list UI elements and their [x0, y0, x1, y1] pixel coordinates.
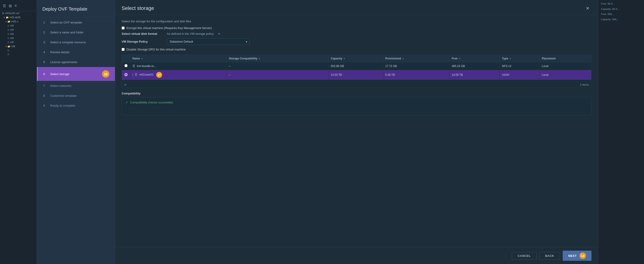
content-panel: Select storage ✕ Select the storage for … [115, 0, 598, 264]
sidebar-icon-1[interactable]: ☰ [3, 4, 6, 8]
col-header-name[interactable]: Name ▼ [130, 55, 226, 62]
row2-radio[interactable] [124, 73, 128, 76]
tree-icon-m01c: ▾ [6, 20, 7, 23]
tree-label-vcf: m01vc01.vcf [5, 12, 19, 14]
content-footer: CANCEL BACK NEXT 18 [115, 247, 598, 264]
step-label-8: Customize template [50, 94, 77, 98]
storage-table: Name ▼ Storage Compatibility ▼ [122, 55, 592, 80]
step-num-2: 2 [43, 31, 48, 34]
row2-radio-cell[interactable] [122, 70, 130, 80]
tree-icon-vm2: ⊙ [7, 53, 9, 56]
row1-compat: -- [226, 62, 328, 70]
content-title: Select storage [122, 5, 154, 11]
row1-free: 485.24 GB [449, 62, 500, 70]
step-num-7: 7 [43, 84, 48, 88]
tree-label-m1: m0 [10, 24, 14, 27]
tree-icon-vm1: ⊙ [7, 49, 9, 52]
tree-folder-m01c: 📂 [8, 20, 10, 23]
modal-container: Deploy OVF Template 1 Select an OVF temp… [37, 0, 644, 264]
wizard-step-3[interactable]: 3 Select a compute resource [37, 37, 115, 47]
sidebar-icon-2[interactable]: ⊞ [9, 4, 12, 8]
wizard-step-7[interactable]: 7 Select networks [37, 81, 115, 91]
table-row[interactable]: | 🗄 m01vsan01 17 -- 14.55 TB 5.06 TB 14.… [122, 70, 592, 80]
col-type-filter-icon[interactable]: ▼ [509, 57, 512, 60]
wizard-step-9[interactable]: 9 Ready to complete [37, 101, 115, 110]
tree-item-m01c[interactable]: ▾ 📂 m01-c [0, 19, 36, 24]
wizard-step-5[interactable]: 5 License agreements [37, 57, 115, 67]
disk-format-row: Select virtual disk format As defined in… [122, 32, 592, 36]
step-num-1: 1 [43, 21, 48, 24]
table-row[interactable]: 🗄 lcm-bundle-re... -- 502.96 GB 17.72 GB… [122, 62, 592, 70]
col-free-filter-icon[interactable]: ▼ [458, 57, 461, 60]
sidebar-toolbar: ☰ ⊞ ≡ [0, 2, 36, 11]
tree-label-m5: m0 [10, 41, 14, 44]
step-num-4: 4 [43, 50, 48, 54]
row1-type: NFS v3 [500, 62, 540, 70]
back-button[interactable]: BACK [540, 252, 560, 260]
encrypt-checkbox[interactable] [122, 26, 124, 30]
content-subtitle: Select the storage for the configuration… [122, 20, 592, 23]
step-label-5: License agreements [50, 60, 77, 64]
disable-drs-checkbox[interactable] [122, 48, 124, 51]
col-name-filter-icon[interactable]: ▼ [141, 57, 143, 60]
tree-item-m1[interactable]: ⊙ m0 [0, 24, 36, 28]
tree-item-vm2[interactable]: ⊙ [0, 52, 36, 56]
wizard-step-4[interactable]: 4 Review details [37, 47, 115, 57]
wizard-step-8[interactable]: 8 Customize template [37, 91, 115, 101]
step-label-6: Select storage [50, 72, 69, 76]
tree-item-vcf[interactable]: 🖥 m01vc01.vcf [0, 11, 36, 15]
step-label-3: Select a compute resource [50, 40, 86, 44]
tree-item-m5[interactable]: ⊙ m0 [0, 40, 36, 44]
tree-item-vm[interactable]: ▾ 📂 VM [0, 44, 36, 48]
tree-label-dc01: m01-dc01 [10, 16, 21, 19]
content-body: Select the storage for the configuration… [115, 15, 598, 247]
step-num-3: 3 [43, 40, 48, 44]
step-label-1: Select an OVF template [50, 21, 82, 24]
tree-item-vm1[interactable]: ⊙ [0, 48, 36, 52]
wizard-step-2[interactable]: 2 Select a name and folder [37, 28, 115, 37]
next-button[interactable]: NEXT 18 [563, 251, 592, 261]
tree-icon-dc01: ▾ [4, 16, 5, 19]
row1-radio-cell[interactable] [122, 62, 130, 70]
wizard-panel: Deploy OVF Template 1 Select an OVF temp… [37, 0, 115, 264]
row1-provisioned: 17.72 GB [383, 62, 449, 70]
col-header-type[interactable]: Type ▼ [500, 55, 540, 62]
wizard-step-1[interactable]: 1 Select an OVF template [37, 18, 115, 28]
vm-storage-policy-select[interactable]: Datastore Default [167, 38, 250, 45]
wizard-step-6[interactable]: 6 Select storage 16 [37, 67, 115, 81]
col-header-provisioned[interactable]: Provisioned ▼ [383, 55, 449, 62]
row1-radio[interactable] [124, 64, 128, 67]
col-provisioned-filter-icon[interactable]: ▼ [402, 57, 404, 60]
col-header-radio [122, 55, 130, 62]
cancel-button[interactable]: CANCEL [512, 252, 536, 260]
tree-icon-m2: ⊙ [7, 28, 9, 31]
step-badge-6: 16 [102, 70, 110, 78]
step-num-5: 5 [43, 60, 48, 64]
col-compat-filter-icon[interactable]: ▼ [258, 57, 260, 60]
col-capacity-filter-icon[interactable]: ▼ [343, 57, 346, 60]
col-header-capacity[interactable]: Capacity ▼ [328, 55, 383, 62]
step-num-8: 8 [43, 94, 48, 98]
col-header-storage-compat[interactable]: Storage Compatibility ▼ [226, 55, 328, 62]
right-info-panel: Free: 96.9... Capacity: 96.9... Free: 58… [598, 0, 644, 264]
col-free-label: Free [452, 57, 458, 60]
sidebar-icon-3[interactable]: ≡ [14, 4, 16, 8]
check-icon: ✓ [126, 100, 128, 104]
tree-label-m4: m0 [10, 37, 14, 40]
right-info-row-3: Free: 586... [601, 12, 641, 16]
compatibility-section: Compatibility ✓ Compatibility checks suc… [122, 92, 592, 116]
close-button[interactable]: ✕ [584, 4, 592, 12]
row2-capacity: 14.55 TB [328, 70, 383, 80]
compatibility-message: Compatibility checks succeeded. [130, 101, 174, 104]
row1-name-value: lcm-bundle-re... [137, 64, 156, 68]
tree-item-dc01[interactable]: ▾ 📁 m01-dc01 [0, 15, 36, 19]
row2-free: 14.05 TB [449, 70, 500, 80]
row2-name: | 🗄 m01vsan01 17 [130, 70, 226, 80]
tree-item-m2[interactable]: ⊙ m0 [0, 28, 36, 32]
datastore-icon-row2: 🗄 [135, 73, 138, 76]
row2-name-value: m01vsan01 [139, 73, 154, 76]
tree-item-m3[interactable]: ⊙ m0 [0, 32, 36, 36]
tree-label-m01c: m01-c [11, 20, 18, 23]
col-header-free[interactable]: Free ▼ [449, 55, 500, 62]
tree-item-m4[interactable]: ⊙ m0 [0, 36, 36, 40]
